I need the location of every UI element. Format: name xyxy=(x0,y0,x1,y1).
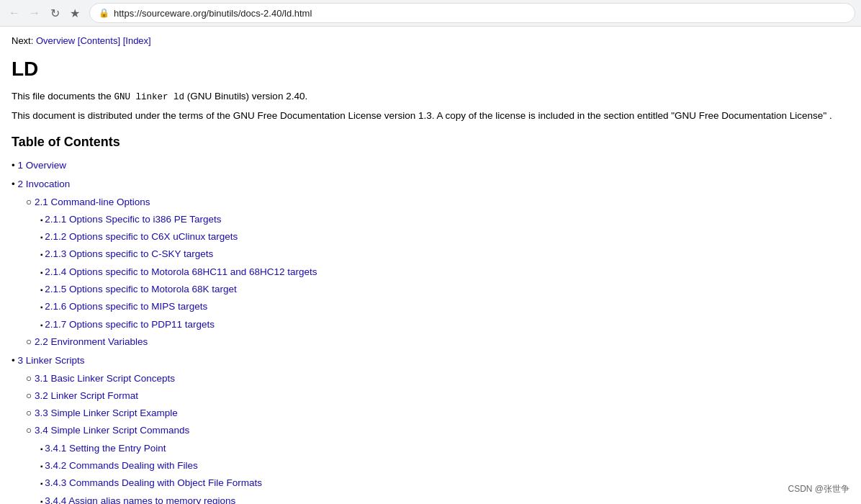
list-item: 2.1.3 Options specific to C-SKY targets xyxy=(40,246,849,263)
list-item: 3.4 Simple Linker Script Commands 3.4.1 … xyxy=(26,422,849,504)
bookmark-button[interactable]: ★ xyxy=(66,4,84,22)
lock-icon: 🔒 xyxy=(99,8,109,18)
list-item: 3.1 Basic Linker Script Concepts xyxy=(26,370,849,387)
toc-link-entry-point[interactable]: 3.4.1 Setting the Entry Point xyxy=(45,443,166,454)
reload-button[interactable]: ↻ xyxy=(46,4,63,22)
overview-link[interactable]: Overview xyxy=(36,35,75,46)
toc-link-alias-names[interactable]: 3.4.4 Assign alias names to memory regio… xyxy=(45,495,235,504)
toc-heading: Table of Contents xyxy=(12,135,849,150)
toc-link-script-format[interactable]: 3.2 Linker Script Format xyxy=(35,390,138,401)
toc-link-invocation[interactable]: 2 Invocation xyxy=(17,179,70,189)
list-item: 2 Invocation 2.1 Command-line Options 2.… xyxy=(12,176,849,351)
list-item: 2.1.5 Options specific to Motorola 68K t… xyxy=(40,281,849,298)
description-2: This document is distributed under the t… xyxy=(12,109,849,123)
toc-link-m68hc[interactable]: 2.1.4 Options specific to Motorola 68HC1… xyxy=(45,266,317,277)
toc-link-obj-formats[interactable]: 3.4.3 Commands Dealing with Object File … xyxy=(45,477,262,488)
contents-link[interactable]: [Contents] xyxy=(78,35,120,46)
forward-button[interactable]: → xyxy=(26,4,43,22)
toc-link-csky[interactable]: 2.1.3 Options specific to C-SKY targets xyxy=(45,248,213,259)
list-item: 2.1.1 Options Specific to i386 PE Target… xyxy=(40,211,849,228)
list-item: 3.4.4 Assign alias names to memory regio… xyxy=(40,492,849,504)
toc-sublist: 3.1 Basic Linker Script Concepts 3.2 Lin… xyxy=(12,370,849,504)
list-item: 3.4.2 Commands Dealing with Files xyxy=(40,457,849,474)
toc-link-i386[interactable]: 2.1.1 Options Specific to i386 PE Target… xyxy=(45,214,221,225)
browser-chrome: ← → ↻ ★ 🔒 xyxy=(0,0,861,27)
list-item: 2.1.4 Options specific to Motorola 68HC1… xyxy=(40,264,849,281)
toc-link-c6x[interactable]: 2.1.2 Options specific to C6X uClinux ta… xyxy=(45,231,238,242)
toc-link-basic-concepts[interactable]: 3.1 Basic Linker Script Concepts xyxy=(35,373,175,384)
toc-list-root: 1 Overview 2 Invocation 2.1 Command-line… xyxy=(12,157,849,504)
table-of-contents: 1 Overview 2 Invocation 2.1 Command-line… xyxy=(12,157,849,504)
nav-links: Next: Overview [Contents] [Index] xyxy=(12,35,849,46)
index-link[interactable]: [Index] xyxy=(123,35,151,46)
list-item: 2.1.7 Options specific to PDP11 targets xyxy=(40,316,849,333)
list-item: 3.2 Linker Script Format xyxy=(26,387,849,405)
list-item: 2.1.6 Options specific to MIPS targets xyxy=(40,298,849,315)
toc-sublist: 2.1 Command-line Options 2.1.1 Options S… xyxy=(12,194,849,351)
description-1: This file documents the GNU linker ld (G… xyxy=(12,89,849,104)
toc-sublist-2: 2.1.1 Options Specific to i386 PE Target… xyxy=(26,211,849,333)
toc-link-m68k[interactable]: 2.1.5 Options specific to Motorola 68K t… xyxy=(45,284,236,294)
toc-link-simple-commands[interactable]: 3.4 Simple Linker Script Commands xyxy=(35,425,189,436)
page-title: LD xyxy=(12,58,849,81)
list-item: 3.4.1 Setting the Entry Point xyxy=(40,440,849,457)
toc-link-env-vars[interactable]: 2.2 Environment Variables xyxy=(35,336,148,347)
address-bar[interactable]: 🔒 xyxy=(89,3,855,23)
toc-sublist-2: 3.4.1 Setting the Entry Point 3.4.2 Comm… xyxy=(26,440,849,504)
toc-link-mips[interactable]: 2.1.6 Options specific to MIPS targets xyxy=(45,301,207,312)
list-item: 1 Overview xyxy=(12,157,849,174)
browser-toolbar: ← → ↻ ★ 🔒 xyxy=(0,0,861,26)
page-content: Next: Overview [Contents] [Index] LD Thi… xyxy=(0,27,861,504)
toc-link-simple-example[interactable]: 3.3 Simple Linker Script Example xyxy=(35,408,178,418)
list-item: 3.4.3 Commands Dealing with Object File … xyxy=(40,474,849,492)
list-item: 2.1 Command-line Options 2.1.1 Options S… xyxy=(26,194,849,333)
back-button[interactable]: ← xyxy=(6,4,23,22)
toc-link-pdp11[interactable]: 2.1.7 Options specific to PDP11 targets xyxy=(45,319,215,330)
url-input[interactable] xyxy=(114,8,846,19)
next-label: Next: xyxy=(12,35,33,46)
toc-link-cmd-options[interactable]: 2.1 Command-line Options xyxy=(35,197,150,207)
toc-link-files-commands[interactable]: 3.4.2 Commands Dealing with Files xyxy=(45,460,197,471)
toc-link-overview[interactable]: 1 Overview xyxy=(17,160,66,171)
list-item: 2.2 Environment Variables xyxy=(26,333,849,351)
list-item: 2.1.2 Options specific to C6X uClinux ta… xyxy=(40,228,849,246)
list-item: 3 Linker Scripts 3.1 Basic Linker Script… xyxy=(12,352,849,504)
list-item: 3.3 Simple Linker Script Example xyxy=(26,405,849,422)
watermark: CSDN @张世争 xyxy=(788,483,849,495)
nav-buttons: ← → ↻ ★ xyxy=(6,4,84,22)
toc-link-linker-scripts[interactable]: 3 Linker Scripts xyxy=(17,355,84,366)
